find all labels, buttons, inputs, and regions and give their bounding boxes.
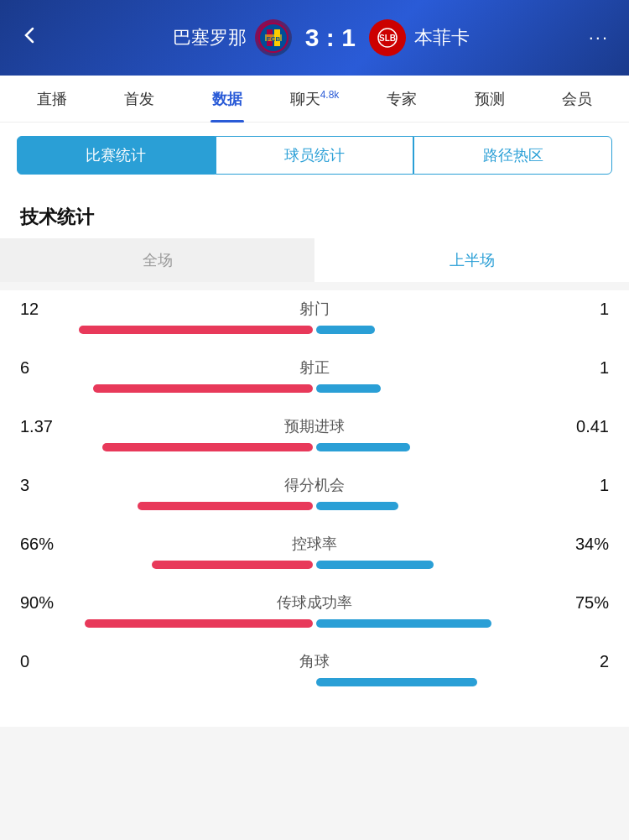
away-team-logo: SLB — [369, 19, 406, 56]
bar-left-pass_accuracy — [85, 619, 313, 628]
bar-left-shots — [79, 326, 313, 334]
stat-right-value-possession: 34% — [559, 535, 609, 554]
bar-right-container-corners — [316, 678, 609, 686]
sub-tab-match-stats[interactable]: 比赛统计 — [17, 136, 216, 175]
stats-container: 12 射门 1 6 射正 1 1.37 — [0, 290, 629, 727]
bar-left-container-pass_accuracy — [20, 619, 313, 628]
stat-row-shots_on_target: 6 射正 1 — [20, 357, 609, 393]
home-team-name: 巴塞罗那 — [173, 25, 247, 50]
match-header: 巴塞罗那 FCB 3 : 1 SLB 本菲卡 ··· — [0, 0, 629, 76]
bar-right-container-shots — [316, 326, 609, 334]
section-title: 技术统计 — [0, 188, 629, 238]
stat-name-corners: 角球 — [299, 651, 330, 671]
stat-right-value-pass_accuracy: 75% — [559, 593, 609, 613]
bar-right-container-possession — [316, 561, 609, 569]
stat-row-expected_goals: 1.37 预期进球 0.41 — [20, 416, 609, 451]
stat-left-value-shots_on_target: 6 — [20, 358, 70, 378]
tab-lineup[interactable]: 首发 — [96, 76, 183, 123]
stat-name-shots: 射门 — [299, 299, 330, 319]
sub-tab-player-stats[interactable]: 球员统计 — [216, 136, 414, 175]
sub-tab-heatmap[interactable]: 路径热区 — [413, 136, 612, 175]
stat-right-value-scoring_chance: 1 — [559, 476, 609, 495]
bar-left-container-scoring_chance — [20, 502, 313, 510]
bar-right-container-expected_goals — [316, 443, 609, 451]
stat-row-corners: 0 角球 2 — [20, 651, 609, 686]
bar-right-shots_on_target — [316, 384, 381, 393]
stat-name-shots_on_target: 射正 — [299, 357, 330, 378]
stat-left-value-shots: 12 — [20, 300, 70, 319]
tab-member[interactable]: 会员 — [533, 76, 621, 123]
bar-right-container-pass_accuracy — [316, 619, 609, 628]
period-first-half[interactable]: 上半场 — [314, 238, 629, 282]
bar-left-scoring_chance — [138, 502, 313, 510]
period-toggle: 全场 上半场 — [0, 238, 629, 282]
stat-right-value-corners: 2 — [559, 652, 609, 671]
stat-left-value-corners: 0 — [20, 652, 70, 671]
stat-name-expected_goals: 预期进球 — [284, 416, 345, 436]
stat-right-value-expected_goals: 0.41 — [559, 417, 609, 436]
bar-right-pass_accuracy — [316, 619, 491, 628]
stat-right-value-shots_on_target: 1 — [559, 358, 609, 378]
bar-right-container-scoring_chance — [316, 502, 609, 510]
bar-left-container-expected_goals — [20, 443, 313, 451]
bar-right-container-shots_on_target — [316, 384, 609, 393]
tab-predict[interactable]: 预测 — [445, 76, 533, 123]
stat-row-shots: 12 射门 1 — [20, 299, 609, 334]
svg-text:SLB: SLB — [379, 34, 396, 43]
bar-left-shots_on_target — [93, 384, 313, 393]
bar-left-possession — [152, 561, 313, 569]
svg-text:FCB: FCB — [267, 35, 281, 43]
tab-chat[interactable]: 聊天4.8k — [271, 76, 358, 123]
sub-tab-bar: 比赛统计 球员统计 路径热区 — [0, 123, 629, 188]
tab-expert[interactable]: 专家 — [358, 76, 445, 123]
stat-row-pass_accuracy: 90% 传球成功率 75% — [20, 592, 609, 628]
home-team-logo: FCB — [255, 19, 292, 56]
stat-left-value-expected_goals: 1.37 — [20, 417, 70, 436]
stat-left-value-scoring_chance: 3 — [20, 476, 70, 495]
bar-right-expected_goals — [316, 443, 410, 451]
match-info: 巴塞罗那 FCB 3 : 1 SLB 本菲卡 — [173, 19, 470, 56]
bar-right-possession — [316, 561, 434, 569]
stat-name-scoring_chance: 得分机会 — [284, 475, 345, 495]
bar-left-container-possession — [20, 561, 313, 569]
match-score: 3 : 1 — [305, 23, 356, 52]
stat-row-possession: 66% 控球率 34% — [20, 534, 609, 569]
bar-right-shots — [316, 326, 375, 334]
stat-left-value-pass_accuracy: 90% — [20, 593, 70, 613]
bar-left-expected_goals — [102, 443, 313, 451]
bar-right-scoring_chance — [316, 502, 398, 510]
navigation-tabs: 直播 首发 数据 聊天4.8k 专家 预测 会员 — [0, 76, 629, 123]
stat-row-scoring_chance: 3 得分机会 1 — [20, 475, 609, 510]
bar-right-corners — [316, 678, 477, 686]
more-button[interactable]: ··· — [589, 27, 609, 49]
bar-left-container-shots — [20, 326, 313, 334]
bar-left-container-shots_on_target — [20, 384, 313, 393]
away-team-name: 本菲卡 — [414, 25, 470, 50]
stat-name-pass_accuracy: 传球成功率 — [277, 592, 352, 613]
back-button[interactable] — [20, 24, 54, 51]
period-full[interactable]: 全场 — [0, 238, 314, 282]
stat-right-value-shots: 1 — [559, 300, 609, 319]
tab-live[interactable]: 直播 — [8, 76, 96, 123]
stat-left-value-possession: 66% — [20, 535, 70, 554]
tab-data[interactable]: 数据 — [184, 76, 271, 123]
bar-left-container-corners — [20, 678, 313, 686]
stat-name-possession: 控球率 — [292, 534, 337, 554]
